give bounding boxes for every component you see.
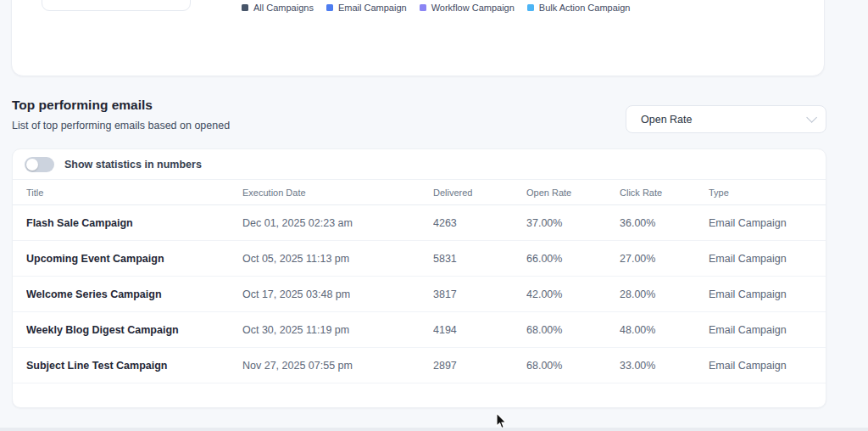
table-row[interactable]: Flash Sale CampaignDec 01, 2025 02:23 am…: [13, 205, 826, 241]
cell-click_rate: 27.00%: [620, 253, 709, 265]
column-header: Click Rate: [620, 188, 709, 198]
cell-open_rate: 68.00%: [526, 324, 620, 336]
cell-delivered: 2897: [433, 360, 526, 372]
legend-swatch-icon: [420, 4, 426, 11]
legend-swatch-icon: [527, 4, 534, 11]
statistics-toggle-row: Show statistics in numbers: [13, 149, 826, 179]
table-header-row: TitleExecution DateDeliveredOpen RateCli…: [13, 179, 826, 205]
cell-title: Weekly Blog Digest Campaign: [26, 324, 242, 336]
legend-item[interactable]: Email Campaign: [326, 3, 407, 13]
cell-execution_date: Oct 05, 2025 11:13 pm: [242, 253, 433, 265]
cell-delivered: 4194: [433, 324, 526, 336]
top-emails-table-card: Show statistics in numbers TitleExecutio…: [12, 148, 826, 408]
cell-click_rate: 48.00%: [620, 324, 709, 336]
legend-item[interactable]: All Campaigns: [242, 3, 314, 13]
cell-execution_date: Dec 01, 2025 02:23 am: [242, 217, 433, 229]
dashboard-page: Total Opened: 56,638 Total Delivery: 133…: [0, 0, 868, 431]
legend-item[interactable]: Workflow Campaign: [420, 3, 515, 13]
cell-title: Flash Sale Campaign: [26, 217, 242, 229]
legend-swatch-icon: [326, 4, 333, 11]
page-title: Top performing emails: [12, 98, 153, 113]
cell-open_rate: 66.00%: [526, 253, 620, 265]
legend-item[interactable]: Bulk Action Campaign: [527, 3, 631, 13]
show-statistics-toggle-label: Show statistics in numbers: [64, 159, 202, 171]
cell-type: Email Campaign: [709, 217, 812, 229]
toggle-knob: [26, 159, 38, 171]
table-body: Flash Sale CampaignDec 01, 2025 02:23 am…: [13, 205, 826, 383]
totals-summary-card: Total Opened: 56,638 Total Delivery: 133…: [42, 0, 191, 11]
page-bottom-edge: [0, 428, 868, 431]
chevron-down-icon: [806, 112, 817, 123]
cell-open_rate: 37.00%: [526, 217, 620, 229]
chart-legend: All CampaignsEmail CampaignWorkflow Camp…: [242, 3, 630, 13]
table-row[interactable]: Subject Line Test CampaignNov 27, 2025 0…: [13, 348, 826, 383]
table-row[interactable]: Upcoming Event CampaignOct 05, 2025 11:1…: [13, 241, 826, 277]
cell-delivered: 5831: [433, 253, 526, 265]
cell-delivered: 4263: [433, 217, 526, 229]
column-header: Type: [709, 188, 812, 198]
cell-open_rate: 68.00%: [526, 360, 620, 372]
cell-type: Email Campaign: [709, 288, 812, 300]
legend-label: Bulk Action Campaign: [539, 3, 631, 13]
show-statistics-toggle[interactable]: [25, 157, 54, 172]
cell-open_rate: 42.00%: [526, 288, 620, 300]
legend-label: Email Campaign: [338, 3, 407, 13]
cell-title: Upcoming Event Campaign: [26, 253, 242, 265]
metric-filter-dropdown[interactable]: Open Rate: [626, 105, 826, 133]
cell-delivered: 3817: [433, 288, 526, 300]
table-row[interactable]: Welcome Series CampaignOct 17, 2025 03:4…: [13, 277, 826, 312]
column-header: Execution Date: [242, 188, 433, 198]
column-header: Delivered: [433, 188, 526, 198]
cell-type: Email Campaign: [709, 324, 812, 336]
column-header: Open Rate: [526, 188, 620, 198]
campaign-overview-card: Total Opened: 56,638 Total Delivery: 133…: [11, 0, 825, 76]
column-header: Title: [26, 188, 242, 198]
legend-label: Workflow Campaign: [431, 3, 515, 13]
legend-swatch-icon: [242, 4, 248, 11]
cell-execution_date: Oct 17, 2025 03:48 pm: [242, 288, 433, 300]
cell-execution_date: Nov 27, 2025 07:55 pm: [242, 360, 433, 372]
cell-click_rate: 33.00%: [620, 360, 709, 372]
table-row[interactable]: Weekly Blog Digest CampaignOct 30, 2025 …: [13, 312, 826, 348]
cell-type: Email Campaign: [709, 360, 812, 372]
page-subtitle: List of top performing emails based on o…: [12, 120, 230, 132]
legend-label: All Campaigns: [253, 3, 314, 13]
cell-title: Subject Line Test Campaign: [26, 360, 242, 372]
metric-filter-value: Open Rate: [641, 114, 692, 126]
cell-execution_date: Oct 30, 2025 11:19 pm: [242, 324, 433, 336]
cell-title: Welcome Series Campaign: [26, 288, 242, 300]
cell-click_rate: 36.00%: [620, 217, 709, 229]
cell-click_rate: 28.00%: [620, 288, 709, 300]
cell-type: Email Campaign: [709, 253, 812, 265]
